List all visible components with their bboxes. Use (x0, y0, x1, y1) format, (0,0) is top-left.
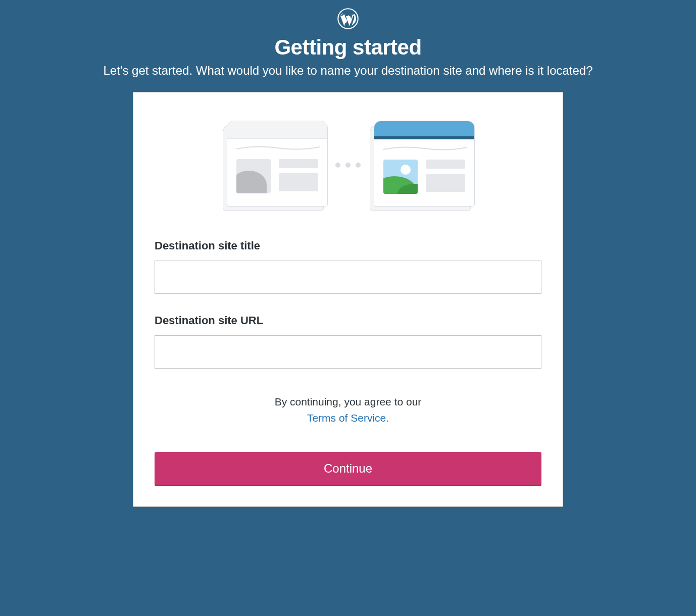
site-title-input[interactable] (155, 261, 541, 294)
page-title: Getting started (0, 35, 696, 60)
page-header: W Getting started Let's get started. Wha… (0, 0, 696, 78)
wordpress-logo-icon: W (337, 8, 359, 29)
site-title-label: Destination site title (155, 239, 541, 252)
svg-text:W: W (342, 12, 354, 26)
source-site-preview (223, 121, 326, 209)
destination-site-preview (370, 121, 473, 209)
site-url-group: Destination site URL (155, 314, 541, 369)
site-url-input[interactable] (155, 335, 541, 369)
transfer-dots-icon (335, 163, 361, 168)
continue-button[interactable]: Continue (155, 452, 541, 486)
tos-prefix: By continuing, you agree to our (275, 396, 422, 407)
logo-wrapper: W (0, 8, 696, 29)
migration-illustration (155, 121, 541, 209)
color-landscape-icon (383, 160, 418, 194)
grayscale-image-icon (236, 159, 271, 193)
site-url-label: Destination site URL (155, 314, 541, 327)
tos-text: By continuing, you agree to our Terms of… (155, 394, 541, 426)
site-title-group: Destination site title (155, 239, 541, 294)
setup-card: Destination site title Destination site … (133, 92, 563, 507)
tos-link[interactable]: Terms of Service. (307, 412, 389, 424)
page-subtitle: Let's get started. What would you like t… (0, 64, 696, 78)
